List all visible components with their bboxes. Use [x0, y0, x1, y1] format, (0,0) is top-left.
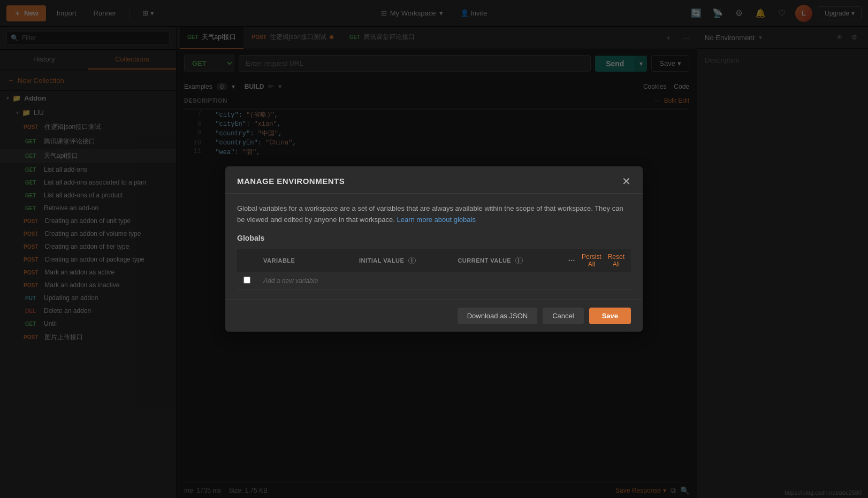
row-checkbox-cell: [237, 272, 257, 290]
variable-col-header: VARIABLE: [257, 249, 353, 272]
table-add-row: Add a new variable: [237, 272, 631, 290]
globals-table: VARIABLE INITIAL VALUE i CURRENT VALUE i: [237, 249, 631, 290]
initial-info-icon[interactable]: i: [408, 257, 416, 264]
manage-environments-modal: MANAGE ENVIRONMENTS ✕ Global variables f…: [225, 166, 643, 332]
save-button[interactable]: Save: [589, 308, 631, 324]
download-json-button[interactable]: Download as JSON: [458, 308, 537, 324]
modal-body: Global variables for a workspace are a s…: [225, 194, 643, 300]
learn-more-link[interactable]: Learn more about globals: [397, 216, 476, 224]
row-actions-cell: [562, 272, 631, 290]
row-checkbox[interactable]: [243, 277, 250, 284]
add-variable-cell[interactable]: Add a new variable: [257, 272, 353, 290]
initial-value-cell[interactable]: [353, 272, 451, 290]
current-value-cell[interactable]: [451, 272, 561, 290]
current-col-header: CURRENT VALUE i: [451, 249, 561, 272]
table-bulk-actions: ··· Persist All Reset All: [568, 253, 625, 268]
modal-header: MANAGE ENVIRONMENTS ✕: [225, 166, 643, 194]
modal-overlay[interactable]: MANAGE ENVIRONMENTS ✕ Global variables f…: [0, 0, 868, 498]
initial-col-header: INITIAL VALUE i: [353, 249, 451, 272]
modal-close-button[interactable]: ✕: [622, 176, 631, 187]
modal-description: Global variables for a workspace are a s…: [237, 203, 631, 226]
modal-footer: Download as JSON Cancel Save: [225, 300, 643, 332]
table-header-row: VARIABLE INITIAL VALUE i CURRENT VALUE i: [237, 249, 631, 272]
reset-all-button[interactable]: Reset All: [608, 253, 625, 268]
modal-title: MANAGE ENVIRONMENTS: [237, 177, 345, 186]
persist-all-button[interactable]: Persist All: [582, 253, 601, 268]
cancel-button[interactable]: Cancel: [543, 308, 583, 324]
table-dots-button[interactable]: ···: [568, 256, 575, 265]
current-info-icon[interactable]: i: [515, 257, 523, 264]
globals-title: Globals: [237, 234, 631, 242]
actions-col-header: ··· Persist All Reset All: [562, 249, 631, 272]
checkbox-col-header: [237, 249, 257, 272]
